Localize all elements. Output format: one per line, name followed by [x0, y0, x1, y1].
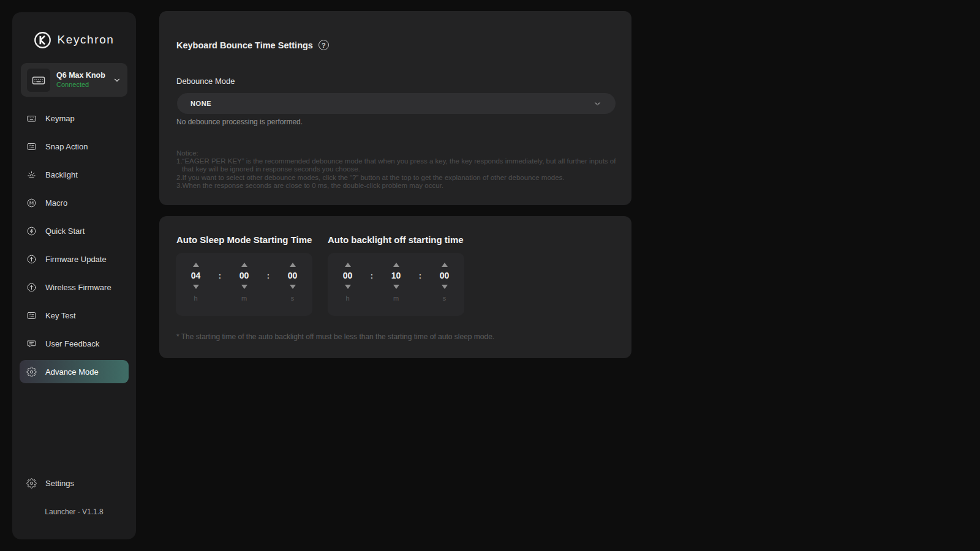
sleep-hours-column: 04 h — [176, 253, 216, 316]
device-status-badge: Connected — [56, 80, 113, 89]
sidebar-item-label: Advance Mode — [45, 367, 99, 377]
auto-timers-card: Auto Sleep Mode Starting Time Auto backl… — [159, 216, 631, 358]
key-test-icon — [26, 310, 37, 321]
sidebar-item-user-feedback[interactable]: User Feedback — [20, 332, 129, 355]
sidebar-item-key-test[interactable]: Key Test — [20, 304, 129, 327]
sleep-seconds-increment-button[interactable] — [290, 263, 296, 267]
sleep-minutes-column: 00 m — [224, 253, 264, 316]
settings-gear-icon — [26, 478, 37, 489]
device-thumbnail — [27, 69, 50, 92]
notice-item-2: 2.If you want to select other debounce m… — [176, 174, 616, 182]
device-selector[interactable]: Q6 Max Knob Connected — [21, 63, 127, 97]
user-feedback-icon — [26, 338, 37, 349]
debounce-mode-label: Debounce Mode — [176, 77, 235, 86]
backlight-minutes-value: 10 — [391, 270, 401, 281]
sleep-seconds-decrement-button[interactable] — [290, 285, 296, 289]
sidebar: Keychron Q6 Max Knob Connected — [12, 12, 136, 539]
sidebar-item-label: Wireless Firmware — [45, 283, 111, 292]
sidebar-item-label: Backlight — [45, 170, 78, 179]
sidebar-item-label: Macro — [45, 198, 67, 208]
notice-item-1: 1.“EAGER PER KEY” is the recommended deb… — [176, 157, 616, 173]
backlight-icon — [26, 169, 37, 180]
hours-unit-label: h — [345, 294, 349, 302]
backlight-seconds-column: 00 s — [424, 253, 464, 316]
quick-start-icon — [26, 225, 37, 236]
time-separator: : — [416, 253, 424, 316]
sleep-seconds-column: 00 s — [273, 253, 312, 316]
backlight-minutes-decrement-button[interactable] — [393, 285, 399, 289]
backlight-hours-value: 00 — [343, 270, 353, 281]
settings-label: Settings — [45, 479, 74, 488]
sidebar-item-settings[interactable]: Settings — [20, 471, 129, 495]
minutes-unit-label: m — [393, 294, 399, 302]
sidebar-item-label: User Feedback — [45, 339, 99, 348]
firmware-update-icon — [26, 253, 37, 264]
device-info: Q6 Max Knob Connected — [56, 70, 113, 89]
bounce-card-title-row: Keyboard Bounce Time Settings ? — [176, 40, 329, 50]
backlight-hours-decrement-button[interactable] — [345, 285, 351, 289]
backlight-seconds-increment-button[interactable] — [442, 263, 448, 267]
auto-sleep-time-stepper: 04 h : 00 m : 00 s — [176, 253, 312, 316]
device-name: Q6 Max Knob — [56, 70, 113, 80]
auto-sleep-title: Auto Sleep Mode Starting Time — [176, 234, 312, 245]
sidebar-item-snap-action[interactable]: Snap Action — [20, 135, 129, 158]
minutes-unit-label: m — [241, 294, 247, 302]
time-separator: : — [264, 253, 273, 316]
backlight-minutes-increment-button[interactable] — [393, 263, 399, 267]
brand: Keychron — [12, 27, 136, 53]
keyboard-icon — [31, 73, 46, 88]
auto-backlight-title: Auto backlight off starting time — [328, 234, 464, 245]
help-icon[interactable]: ? — [318, 40, 329, 50]
sidebar-nav: Keymap Snap Action Backlight Macro — [20, 107, 129, 383]
wireless-firmware-icon — [26, 282, 37, 293]
backlight-seconds-value: 00 — [440, 270, 450, 281]
bounce-card-title: Keyboard Bounce Time Settings — [176, 40, 313, 50]
notice-heading: Notice: — [176, 149, 616, 157]
sleep-minutes-decrement-button[interactable] — [241, 285, 247, 289]
advance-mode-gear-icon — [26, 366, 37, 377]
notice-block: Notice: 1.“EAGER PER KEY” is the recomme… — [176, 149, 616, 190]
bounce-time-card: Keyboard Bounce Time Settings ? Debounce… — [159, 11, 631, 205]
app-window: Keychron Q6 Max Knob Connected — [0, 0, 980, 551]
keychron-logo-icon — [34, 31, 51, 49]
seconds-unit-label: s — [443, 294, 447, 302]
debounce-mode-description: No debounce processing is performed. — [176, 118, 303, 126]
time-separator: : — [368, 253, 376, 316]
sidebar-item-label: Firmware Update — [45, 255, 107, 264]
sleep-minutes-increment-button[interactable] — [241, 263, 247, 267]
auto-backlight-time-stepper: 00 h : 10 m : 00 s — [328, 253, 464, 316]
macro-icon — [26, 197, 37, 208]
backlight-hours-increment-button[interactable] — [345, 263, 351, 267]
keyboard-icon — [26, 113, 37, 124]
sidebar-item-quick-start[interactable]: Quick Start — [20, 219, 129, 242]
debounce-mode-dropdown[interactable]: NONE — [177, 93, 616, 114]
sidebar-item-advance-mode[interactable]: Advance Mode — [20, 360, 129, 383]
sleep-minutes-value: 00 — [239, 270, 249, 281]
sidebar-item-label: Quick Start — [45, 227, 85, 236]
notice-item-3: 3.When the response seconds are close to… — [176, 182, 616, 190]
sidebar-item-firmware-update[interactable]: Firmware Update — [20, 247, 129, 271]
sleep-hours-increment-button[interactable] — [193, 263, 199, 267]
snap-action-icon — [26, 141, 37, 152]
sidebar-item-macro[interactable]: Macro — [20, 191, 129, 214]
debounce-mode-value: NONE — [190, 100, 211, 107]
sidebar-item-label: Key Test — [45, 311, 76, 320]
sidebar-item-label: Keymap — [45, 114, 75, 123]
chevron-down-icon — [593, 99, 602, 108]
launcher-version: Launcher - V1.1.8 — [12, 508, 136, 516]
seconds-unit-label: s — [291, 294, 295, 302]
sidebar-item-backlight[interactable]: Backlight — [20, 163, 129, 186]
sidebar-item-keymap[interactable]: Keymap — [20, 107, 129, 130]
backlight-minutes-column: 10 m — [376, 253, 416, 316]
sleep-hours-decrement-button[interactable] — [193, 285, 199, 289]
brand-name: Keychron — [57, 33, 114, 47]
backlight-seconds-decrement-button[interactable] — [442, 285, 448, 289]
sidebar-item-label: Snap Action — [45, 142, 88, 151]
chevron-down-icon — [113, 76, 121, 84]
sidebar-item-wireless-firmware[interactable]: Wireless Firmware — [20, 276, 129, 299]
time-separator: : — [216, 253, 224, 316]
backlight-hours-column: 00 h — [328, 253, 368, 316]
sleep-hours-value: 04 — [191, 270, 201, 281]
timer-constraint-footnote: * The starting time of the auto backligh… — [176, 332, 494, 341]
sleep-seconds-value: 00 — [288, 270, 298, 281]
